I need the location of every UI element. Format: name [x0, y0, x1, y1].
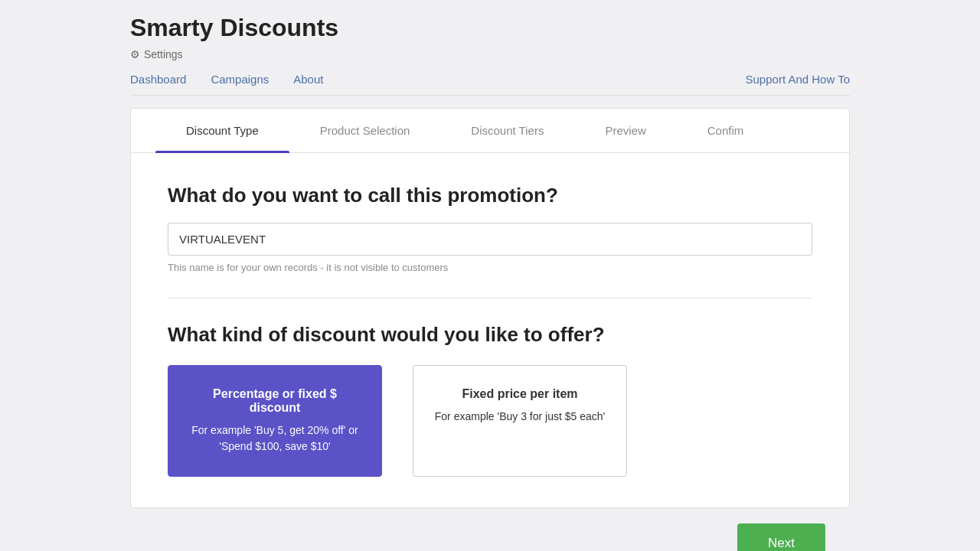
- card-body: What do you want to call this promotion?…: [131, 153, 849, 507]
- section-divider: [168, 298, 812, 298]
- wizard-tabs: Discount Type Product Selection Discount…: [131, 109, 849, 153]
- tab-discount-type[interactable]: Discount Type: [155, 109, 289, 152]
- nav-links: Dashboard Campaigns About: [130, 73, 323, 95]
- next-button[interactable]: Next: [737, 523, 825, 551]
- discount-option-fixed-price[interactable]: Fixed price per item For example 'Buy 3 …: [413, 365, 627, 477]
- settings-link[interactable]: ⚙ Settings: [130, 48, 850, 60]
- nav-bar: Dashboard Campaigns About Support And Ho…: [130, 73, 850, 96]
- discount-option-percentage-desc: For example 'Buy 5, get 20% off' or 'Spe…: [187, 422, 363, 455]
- discount-option-fixed-price-title: Fixed price per item: [432, 387, 608, 401]
- promo-question: What do you want to call this promotion?: [168, 184, 812, 207]
- tab-product-selection[interactable]: Product Selection: [289, 109, 441, 152]
- discount-option-percentage[interactable]: Percentage or fixed $ discount For examp…: [168, 365, 382, 477]
- discount-options: Percentage or fixed $ discount For examp…: [168, 365, 812, 477]
- main-card: Discount Type Product Selection Discount…: [130, 108, 850, 508]
- tab-preview[interactable]: Preview: [574, 109, 676, 152]
- discount-question: What kind of discount would you like to …: [168, 323, 812, 347]
- nav-dashboard[interactable]: Dashboard: [130, 73, 186, 95]
- discount-option-percentage-title: Percentage or fixed $ discount: [187, 387, 363, 415]
- nav-support[interactable]: Support And How To: [746, 73, 850, 95]
- tab-confirm[interactable]: Confim: [677, 109, 775, 152]
- nav-about[interactable]: About: [293, 73, 323, 95]
- promo-name-input[interactable]: [168, 223, 812, 256]
- settings-label: Settings: [144, 48, 183, 60]
- nav-campaigns[interactable]: Campaigns: [211, 73, 269, 95]
- gear-icon: ⚙: [130, 48, 140, 60]
- tab-discount-tiers[interactable]: Discount Tiers: [440, 109, 574, 152]
- app-title: Smarty Discounts: [130, 14, 850, 42]
- promo-hint: This name is for your own records - it i…: [168, 262, 812, 273]
- footer-row: Next: [130, 511, 850, 551]
- discount-option-fixed-price-desc: For example 'Buy 3 for just $5 each': [432, 409, 608, 425]
